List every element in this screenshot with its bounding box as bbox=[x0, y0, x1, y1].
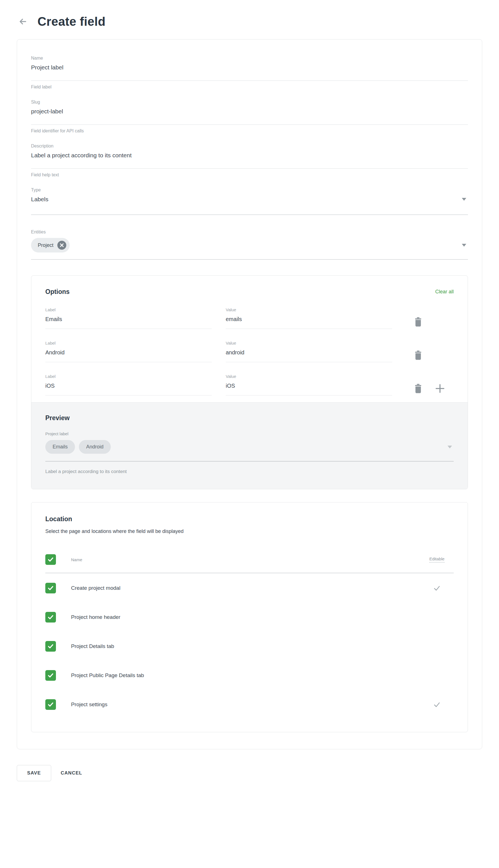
option-label-caption: Label bbox=[45, 374, 212, 379]
create-field-card: Name Project label Field label Slug proj… bbox=[17, 39, 482, 749]
chevron-down-icon bbox=[462, 244, 466, 247]
chip-remove-button[interactable] bbox=[57, 241, 66, 250]
slug-input[interactable]: project-label bbox=[31, 108, 468, 125]
option-row: Label Emails Value emails bbox=[45, 307, 454, 329]
description-field-helper: Field help text bbox=[31, 173, 468, 177]
description-field-label: Description bbox=[31, 144, 468, 148]
preview-chip: Emails bbox=[45, 440, 75, 454]
type-field-label: Type bbox=[31, 188, 468, 193]
location-row-name: Project home header bbox=[63, 614, 420, 620]
option-label-input[interactable]: iOS bbox=[45, 383, 212, 395]
select-all-checkbox[interactable] bbox=[45, 554, 56, 565]
location-checkbox[interactable] bbox=[45, 670, 56, 681]
location-row: Project home header bbox=[45, 603, 454, 632]
close-icon bbox=[60, 243, 64, 247]
location-table: Name Editable Create project modal bbox=[45, 549, 454, 719]
entities-field-group: Entities Project bbox=[31, 229, 468, 260]
entity-chip-label: Project bbox=[38, 242, 53, 248]
slug-field-helper: Field identifier for API calls bbox=[31, 129, 468, 133]
preview-select: Emails Android bbox=[45, 440, 454, 462]
location-checkbox[interactable] bbox=[45, 699, 56, 710]
preview-chip: Android bbox=[79, 440, 111, 454]
entity-chip-project[interactable]: Project bbox=[31, 238, 70, 252]
trash-icon bbox=[413, 390, 423, 394]
location-row-name: Create project modal bbox=[63, 585, 420, 591]
name-input[interactable]: Project label bbox=[31, 64, 468, 81]
name-field-helper: Field label bbox=[31, 84, 468, 90]
check-icon bbox=[47, 672, 54, 679]
check-icon bbox=[47, 614, 54, 620]
type-field-group: Type Labels bbox=[31, 188, 468, 215]
location-row: Project Public Page Details tab bbox=[45, 661, 454, 690]
option-value-input[interactable]: android bbox=[226, 349, 392, 362]
preview-section: Preview Project label Emails Android Lab… bbox=[31, 402, 468, 489]
option-row: Label Android Value android bbox=[45, 341, 454, 362]
check-icon bbox=[47, 643, 54, 650]
option-label-input[interactable]: Android bbox=[45, 349, 212, 362]
location-row-name: Project Public Page Details tab bbox=[63, 672, 420, 678]
location-row-name: Project Details tab bbox=[63, 643, 420, 650]
check-icon bbox=[47, 556, 54, 563]
chevron-down-icon bbox=[462, 198, 466, 201]
description-field-group: Description Label a project according to… bbox=[31, 144, 468, 177]
type-select-value: Labels bbox=[31, 196, 48, 203]
name-field-label: Name bbox=[31, 56, 468, 61]
clear-all-button[interactable]: Clear all bbox=[435, 289, 454, 295]
trash-icon bbox=[413, 357, 423, 361]
location-row-name: Project settings bbox=[63, 701, 420, 708]
slug-field-label: Slug bbox=[31, 100, 468, 105]
location-row: Create project modal bbox=[45, 573, 454, 603]
chevron-down-icon bbox=[448, 445, 452, 449]
option-value-caption: Value bbox=[226, 374, 392, 379]
back-arrow-icon bbox=[18, 17, 28, 26]
location-section: Location Select the page and locations w… bbox=[31, 502, 468, 732]
delete-option-button[interactable] bbox=[413, 383, 423, 394]
name-field-group: Name Project label Field label bbox=[31, 56, 468, 90]
add-option-button[interactable] bbox=[435, 383, 445, 394]
back-button[interactable] bbox=[17, 15, 29, 28]
entities-field-label: Entities bbox=[31, 229, 468, 235]
location-checkbox[interactable] bbox=[45, 612, 56, 622]
type-select[interactable]: Labels bbox=[31, 196, 468, 215]
page-title: Create field bbox=[37, 14, 106, 28]
option-value-input[interactable]: iOS bbox=[226, 383, 392, 395]
location-title: Location bbox=[45, 515, 454, 523]
location-subtitle: Select the page and locations where the … bbox=[45, 528, 454, 534]
location-table-header: Name Editable bbox=[45, 549, 454, 570]
option-row: Label iOS Value iOS bbox=[45, 374, 454, 395]
save-button[interactable]: SAVE bbox=[17, 765, 51, 781]
preview-field-label: Project label bbox=[45, 431, 454, 436]
option-value-caption: Value bbox=[226, 307, 392, 312]
delete-option-button[interactable] bbox=[413, 317, 423, 327]
location-row: Project settings bbox=[45, 690, 454, 719]
options-box: Options Clear all Label Emails Value ema… bbox=[31, 275, 468, 489]
editable-check-icon bbox=[433, 700, 441, 709]
option-value-caption: Value bbox=[226, 341, 392, 345]
check-icon bbox=[47, 701, 54, 708]
entities-select[interactable]: Project bbox=[31, 238, 468, 260]
delete-option-button[interactable] bbox=[413, 350, 423, 360]
option-label-caption: Label bbox=[45, 307, 212, 312]
location-row: Project Details tab bbox=[45, 632, 454, 661]
page-header: Create field bbox=[0, 14, 499, 28]
options-title: Options bbox=[45, 288, 70, 296]
create-field-page: Create field Name Project label Field la… bbox=[0, 0, 499, 798]
description-input[interactable]: Label a project according to its content bbox=[31, 152, 468, 169]
option-label-caption: Label bbox=[45, 341, 212, 345]
plus-icon bbox=[435, 390, 445, 394]
column-header-editable: Editable bbox=[429, 557, 445, 563]
location-checkbox[interactable] bbox=[45, 583, 56, 593]
preview-helper: Label a project according to its content bbox=[45, 469, 454, 474]
preview-title: Preview bbox=[45, 414, 454, 422]
option-label-input[interactable]: Emails bbox=[45, 316, 212, 329]
form-actions: SAVE CANCEL bbox=[17, 765, 482, 781]
editable-check-icon bbox=[433, 584, 441, 592]
location-checkbox[interactable] bbox=[45, 641, 56, 652]
slug-field-group: Slug project-label Field identifier for … bbox=[31, 100, 468, 133]
trash-icon bbox=[413, 324, 423, 328]
check-icon bbox=[47, 585, 54, 592]
column-header-name: Name bbox=[63, 557, 420, 562]
cancel-button[interactable]: CANCEL bbox=[61, 770, 82, 776]
options-section: Options Clear all Label Emails Value ema… bbox=[31, 276, 468, 402]
option-value-input[interactable]: emails bbox=[226, 316, 392, 329]
